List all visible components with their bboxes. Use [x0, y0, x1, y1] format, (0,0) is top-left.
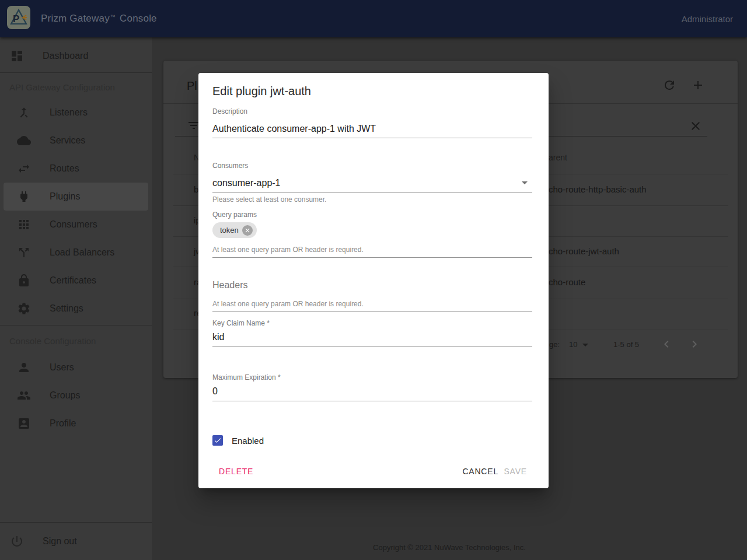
chevron-down-icon[interactable] — [522, 181, 528, 184]
description-underline — [212, 138, 532, 138]
description-label: Description — [212, 107, 247, 116]
dialog-title: Edit plugin jwt-auth — [212, 84, 311, 98]
cancel-button[interactable]: CANCEL — [462, 466, 498, 477]
headers-underline[interactable] — [212, 311, 532, 312]
description-input[interactable]: Authenticate consumer-app-1 with JWT — [212, 123, 376, 135]
maximum-expiration-input[interactable]: 0 — [212, 386, 218, 397]
maximum-expiration-underline — [212, 401, 532, 401]
headers-label: Headers — [212, 279, 247, 291]
key-claim-name-underline — [212, 346, 532, 347]
query-param-chip[interactable]: token — [212, 222, 257, 238]
edit-plugin-dialog: Edit plugin jwt-auth Description Authent… — [198, 73, 549, 488]
check-icon — [214, 436, 222, 444]
key-claim-name-label: Key Claim Name * — [212, 319, 270, 327]
query-params-hint: At least one query param OR header is re… — [212, 246, 364, 254]
consumers-hint: Please select at least one consumer. — [212, 196, 326, 204]
enabled-checkbox[interactable] — [212, 435, 223, 446]
delete-button[interactable]: DELETE — [219, 466, 253, 477]
chip-remove-button[interactable] — [242, 225, 253, 236]
key-claim-name-input[interactable]: kid — [212, 331, 224, 343]
headers-hint: At least one query param OR header is re… — [212, 300, 364, 308]
consumers-label: Consumers — [212, 162, 248, 170]
query-params-underline[interactable] — [212, 257, 532, 258]
chip-label: token — [220, 226, 239, 235]
consumers-select[interactable]: consumer-app-1 — [212, 177, 281, 189]
query-params-label: Query params — [212, 211, 257, 219]
maximum-expiration-label: Maximum Expiration * — [212, 373, 281, 382]
close-icon — [244, 227, 251, 234]
enabled-label[interactable]: Enabled — [232, 436, 264, 446]
consumers-underline — [212, 192, 532, 193]
save-button[interactable]: SAVE — [504, 466, 527, 477]
